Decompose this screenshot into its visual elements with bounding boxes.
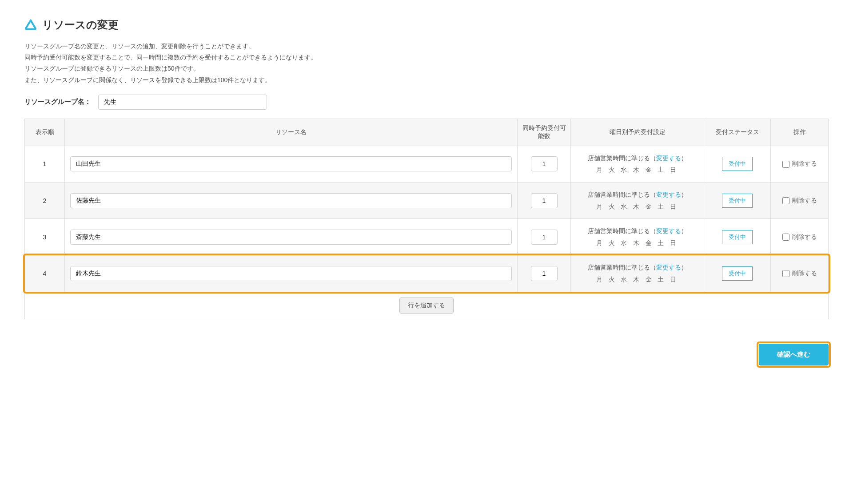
cell-schedule: 店舗営業時間に準じる（変更する）月 火 水 木 金 土 日 xyxy=(571,146,704,182)
change-schedule-link[interactable]: 変更する xyxy=(656,227,681,234)
delete-checkbox[interactable] xyxy=(782,197,789,204)
status-badge[interactable]: 受付中 xyxy=(722,266,753,281)
cell-status: 受付中 xyxy=(704,219,771,255)
logo-icon xyxy=(24,19,37,31)
cell-schedule: 店舗営業時間に準じる（変更する）月 火 水 木 金 土 日 xyxy=(571,219,704,255)
description-line: 同時予約受付可能数を変更することで、同一時間に複数の予約を受付することができるよ… xyxy=(24,52,829,63)
page-header: リソースの変更 xyxy=(24,18,829,32)
description-block: リソースグループ名の変更と、リソースの追加、変更削除を行うことができます。 同時… xyxy=(24,41,829,86)
resource-name-input[interactable] xyxy=(70,230,512,245)
cell-count xyxy=(518,255,571,292)
status-badge[interactable]: 受付中 xyxy=(722,230,753,244)
delete-label: 削除する xyxy=(792,233,817,240)
schedule-text: 店舗営業時間に準じる（変更する） xyxy=(576,225,698,237)
table-row: 2店舗営業時間に準じる（変更する）月 火 水 木 金 土 日受付中削除する xyxy=(25,182,829,218)
count-input[interactable] xyxy=(531,193,558,208)
schedule-text: 店舗営業時間に準じる（変更する） xyxy=(576,262,698,274)
cell-status: 受付中 xyxy=(704,146,771,182)
days-row: 月 火 水 木 金 土 日 xyxy=(576,237,698,249)
delete-checkbox[interactable] xyxy=(782,270,789,277)
description-line: また、リソースグループに関係なく、リソースを登録できる上限数は100件となります… xyxy=(24,75,829,86)
group-name-input[interactable] xyxy=(98,95,267,110)
add-row-container: 行を追加する xyxy=(24,292,829,319)
cell-schedule: 店舗営業時間に準じる（変更する）月 火 水 木 金 土 日 xyxy=(571,182,704,218)
delete-label: 削除する xyxy=(792,160,817,167)
cell-action: 削除する xyxy=(771,255,829,292)
delete-checkbox[interactable] xyxy=(782,161,789,168)
confirm-button[interactable]: 確認へ進む xyxy=(759,344,829,365)
group-name-row: リソースグループ名： xyxy=(24,95,829,110)
count-input[interactable] xyxy=(531,156,558,171)
cell-order: 2 xyxy=(25,182,65,218)
header-status: 受付ステータス xyxy=(704,119,771,146)
change-schedule-link[interactable]: 変更する xyxy=(656,191,681,198)
cell-count xyxy=(518,182,571,218)
count-input[interactable] xyxy=(531,266,558,281)
delete-label: 削除する xyxy=(792,270,817,277)
table-row: 1店舗営業時間に準じる（変更する）月 火 水 木 金 土 日受付中削除する xyxy=(25,146,829,182)
cell-name xyxy=(65,255,518,292)
description-line: リソースグループ名の変更と、リソースの追加、変更削除を行うことができます。 xyxy=(24,41,829,52)
cell-order: 1 xyxy=(25,146,65,182)
days-row: 月 火 水 木 金 土 日 xyxy=(576,164,698,176)
change-schedule-link[interactable]: 変更する xyxy=(656,264,681,271)
cell-name xyxy=(65,146,518,182)
schedule-text: 店舗営業時間に準じる（変更する） xyxy=(576,189,698,201)
cell-name xyxy=(65,182,518,218)
header-count: 同時予約受付可能数 xyxy=(518,119,571,146)
delete-label: 削除する xyxy=(792,197,817,204)
status-badge[interactable]: 受付中 xyxy=(722,194,753,208)
resource-table: 表示順 リソース名 同時予約受付可能数 曜日別予約受付設定 受付ステータス 操作… xyxy=(24,119,829,292)
count-input[interactable] xyxy=(531,230,558,245)
table-wrapper: 表示順 リソース名 同時予約受付可能数 曜日別予約受付設定 受付ステータス 操作… xyxy=(24,119,829,319)
cell-order: 4 xyxy=(25,255,65,292)
days-row: 月 火 水 木 金 土 日 xyxy=(576,201,698,213)
add-row-button[interactable]: 行を追加する xyxy=(399,298,454,314)
cell-action: 削除する xyxy=(771,219,829,255)
group-name-label: リソースグループ名： xyxy=(24,98,91,106)
page-title: リソースの変更 xyxy=(42,18,119,32)
status-badge[interactable]: 受付中 xyxy=(722,157,753,171)
header-schedule: 曜日別予約受付設定 xyxy=(571,119,704,146)
header-order: 表示順 xyxy=(25,119,65,146)
description-line: リソースグループに登録できるリソースの上限数は50件です。 xyxy=(24,63,829,74)
cell-action: 削除する xyxy=(771,182,829,218)
cell-order: 3 xyxy=(25,219,65,255)
confirm-wrapper: 確認へ進む xyxy=(24,344,829,365)
header-name: リソース名 xyxy=(65,119,518,146)
days-row: 月 火 水 木 金 土 日 xyxy=(576,274,698,286)
cell-count xyxy=(518,219,571,255)
delete-checkbox[interactable] xyxy=(782,234,789,241)
cell-count xyxy=(518,146,571,182)
cell-status: 受付中 xyxy=(704,255,771,292)
change-schedule-link[interactable]: 変更する xyxy=(656,155,681,162)
header-action: 操作 xyxy=(771,119,829,146)
table-row: 3店舗営業時間に準じる（変更する）月 火 水 木 金 土 日受付中削除する xyxy=(25,219,829,255)
table-row: 4店舗営業時間に準じる（変更する）月 火 水 木 金 土 日受付中削除する xyxy=(25,255,829,292)
resource-name-input[interactable] xyxy=(70,266,512,281)
resource-name-input[interactable] xyxy=(70,193,512,208)
cell-status: 受付中 xyxy=(704,182,771,218)
cell-name xyxy=(65,219,518,255)
cell-schedule: 店舗営業時間に準じる（変更する）月 火 水 木 金 土 日 xyxy=(571,255,704,292)
resource-name-input[interactable] xyxy=(70,156,512,171)
cell-action: 削除する xyxy=(771,146,829,182)
confirm-highlight: 確認へ進む xyxy=(759,344,829,365)
schedule-text: 店舗営業時間に準じる（変更する） xyxy=(576,152,698,164)
